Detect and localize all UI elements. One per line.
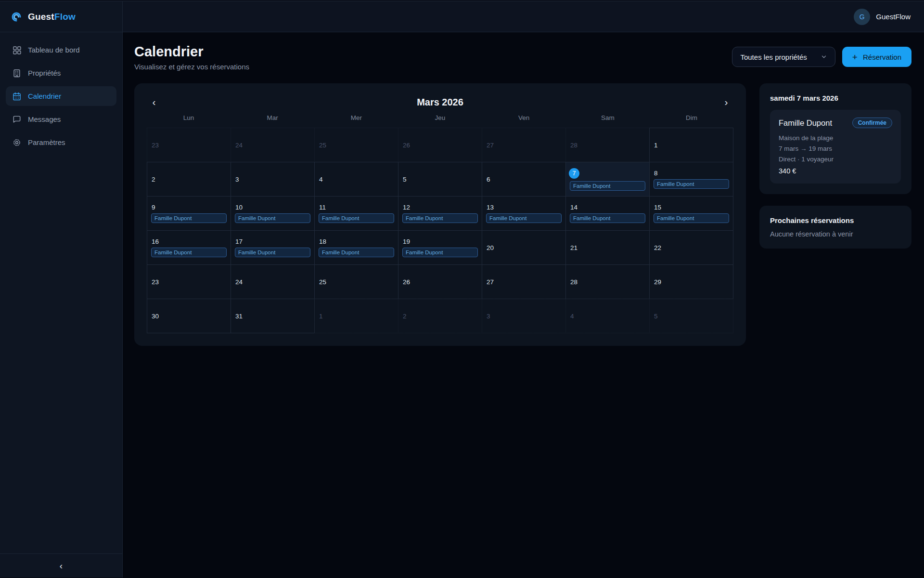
new-reservation-button[interactable]: + Réservation <box>842 47 911 67</box>
day-cell[interactable]: 4 <box>314 162 398 197</box>
sidebar-item-dashboard[interactable]: Tableau de bord <box>6 40 116 60</box>
weekday-label: Ven <box>482 114 566 121</box>
event-chip[interactable]: Famille Dupont <box>402 213 478 223</box>
day-cell[interactable]: 2 <box>147 162 231 197</box>
day-cell[interactable]: 4 <box>565 299 650 333</box>
day-cell[interactable]: 23 <box>147 264 231 299</box>
event-chip[interactable]: Famille Dupont <box>570 213 645 223</box>
message-icon <box>12 115 22 124</box>
sidebar-item-gear[interactable]: Paramètres <box>6 132 116 152</box>
event-chip[interactable]: Famille Dupont <box>151 213 227 223</box>
day-cell[interactable]: 8Famille Dupont <box>649 162 733 197</box>
event-chip[interactable]: Famille Dupont <box>151 248 227 257</box>
day-number: 1 <box>319 313 398 320</box>
brand-name-accent: Flow <box>54 12 76 22</box>
day-cell[interactable]: 11Famille Dupont <box>314 196 398 231</box>
event-chip[interactable]: Famille Dupont <box>654 213 729 223</box>
new-reservation-label: Réservation <box>863 53 901 61</box>
day-number: 15 <box>654 204 733 211</box>
selected-day-card: samedi 7 mars 2026 Famille Dupont Confir… <box>759 83 911 194</box>
event-chip[interactable]: Famille Dupont <box>319 248 394 257</box>
sidebar-item-building[interactable]: Propriétés <box>6 63 116 83</box>
user-avatar[interactable]: G <box>854 9 870 25</box>
day-number: 28 <box>570 142 649 149</box>
day-number: 25 <box>319 142 398 149</box>
day-cell[interactable]: 15Famille Dupont <box>649 196 733 231</box>
day-cell[interactable]: 27 <box>482 128 566 162</box>
event-chip[interactable]: Famille Dupont <box>235 248 310 257</box>
day-cell[interactable]: 20 <box>482 230 566 265</box>
sidebar-item-label: Paramètres <box>28 138 65 146</box>
day-cell[interactable]: 26 <box>398 264 482 299</box>
guestflow-logo-icon <box>11 11 22 23</box>
day-cell[interactable]: 18Famille Dupont <box>314 230 398 265</box>
sidebar-collapse-button[interactable]: ‹ <box>0 553 122 578</box>
day-cell[interactable]: 28 <box>565 264 650 299</box>
building-icon <box>12 68 22 78</box>
day-cell[interactable]: 1 <box>314 299 398 333</box>
event-chip[interactable]: Famille Dupont <box>486 213 562 223</box>
day-cell[interactable]: 14Famille Dupont <box>565 196 650 231</box>
day-cell[interactable]: 25 <box>314 264 398 299</box>
day-number: 3 <box>487 313 565 320</box>
day-cell[interactable]: 30 <box>147 299 231 333</box>
day-cell[interactable]: 26 <box>398 128 482 162</box>
day-cell[interactable]: 1 <box>649 128 733 162</box>
event-chip[interactable]: Famille Dupont <box>319 213 394 223</box>
day-cell[interactable]: 22 <box>649 230 733 265</box>
day-cell[interactable]: 10Famille Dupont <box>231 196 315 231</box>
sidebar-nav: Tableau de bordPropriétésCalendrierMessa… <box>0 32 122 160</box>
day-cell[interactable]: 3 <box>482 299 566 333</box>
day-cell[interactable]: 13Famille Dupont <box>482 196 566 231</box>
day-cell[interactable]: 2 <box>398 299 482 333</box>
day-cell[interactable]: 5 <box>649 299 733 333</box>
day-cell[interactable]: 25 <box>314 128 398 162</box>
chevron-left-icon: ‹ <box>60 561 63 571</box>
day-number: 13 <box>487 204 565 211</box>
day-cell[interactable]: 27 <box>482 264 566 299</box>
calendar-icon <box>12 92 22 101</box>
day-cell[interactable]: 29 <box>649 264 733 299</box>
weekday-label: Jeu <box>398 114 482 121</box>
day-cell[interactable]: 31 <box>231 299 315 333</box>
app-root: GuestFlow Tableau de bordPropriétésCalen… <box>0 1 924 578</box>
event-chip[interactable]: Famille Dupont <box>402 248 478 257</box>
sidebar-item-message[interactable]: Messages <box>6 109 116 129</box>
gear-icon <box>12 138 22 147</box>
day-cell[interactable]: 9Famille Dupont <box>147 196 231 231</box>
day-cell[interactable]: 12Famille Dupont <box>398 196 482 231</box>
day-cell[interactable]: 19Famille Dupont <box>398 230 482 265</box>
calendar-week-row: 2324252627281 <box>147 128 733 162</box>
day-cell[interactable]: 16Famille Dupont <box>147 230 231 265</box>
property-filter-select[interactable]: Toutes les propriétés <box>732 47 835 67</box>
day-cell[interactable]: 24 <box>231 128 315 162</box>
event-chip[interactable]: Famille Dupont <box>235 213 310 223</box>
event-chip[interactable]: Famille Dupont <box>654 179 729 189</box>
sidebar-item-calendar[interactable]: Calendrier <box>6 86 116 106</box>
day-number: 18 <box>319 238 398 245</box>
day-cell[interactable]: 5 <box>398 162 482 197</box>
day-number: 20 <box>487 244 565 251</box>
day-cell[interactable]: 6 <box>482 162 566 197</box>
calendar-week-row: 16Famille Dupont17Famille Dupont18Famill… <box>147 230 733 265</box>
booking-card[interactable]: Famille Dupont Confirmée Maison de la pl… <box>770 110 901 184</box>
day-number: 4 <box>570 313 649 320</box>
day-number: 21 <box>570 244 649 251</box>
main-area: G GuestFlow Calendrier Visualisez et gér… <box>123 1 924 578</box>
calendar-next-button[interactable]: › <box>719 96 733 108</box>
day-cell[interactable]: 23 <box>147 128 231 162</box>
day-cell[interactable]: 3 <box>231 162 315 197</box>
calendar-prev-button[interactable]: ‹ <box>147 96 161 108</box>
day-cell[interactable]: 28 <box>565 128 650 162</box>
today-day-badge: 7 <box>569 168 579 179</box>
content-columns: ‹ Mars 2026 › LunMarMerJeuVenSamDim 2324… <box>134 83 911 346</box>
day-cell[interactable]: 21 <box>565 230 650 265</box>
day-cell[interactable]: 17Famille Dupont <box>231 230 315 265</box>
day-cell[interactable]: 24 <box>231 264 315 299</box>
weekday-label: Sam <box>566 114 650 121</box>
day-number: 19 <box>403 238 482 245</box>
day-cell-today[interactable]: 7Famille Dupont <box>565 162 650 197</box>
day-number: 9 <box>152 204 231 211</box>
weekday-label: Dim <box>650 114 733 121</box>
event-chip[interactable]: Famille Dupont <box>570 181 645 191</box>
